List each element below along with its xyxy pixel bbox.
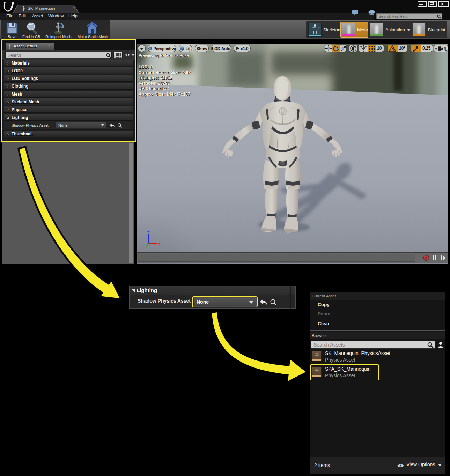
svg-text:X: X	[158, 242, 160, 245]
svg-text:Y: Y	[146, 245, 148, 247]
svg-text:Z: Z	[147, 231, 149, 234]
